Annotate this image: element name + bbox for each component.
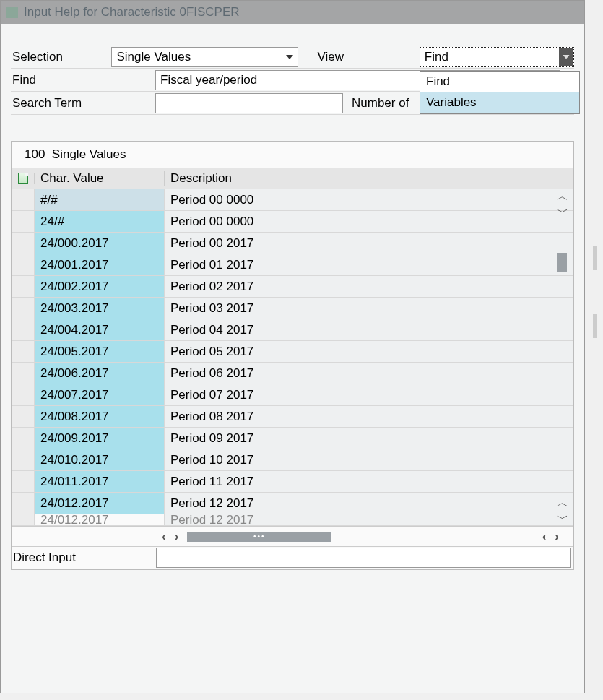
- view-value: Find: [425, 50, 448, 64]
- table-row[interactable]: 24/003.2017Period 03 2017: [12, 298, 573, 319]
- table-row[interactable]: 24/012.2017Period 12 2017: [12, 514, 573, 526]
- select-all-icon[interactable]: [12, 173, 35, 184]
- scroll-handle[interactable]: [557, 253, 567, 272]
- cell-description: Period 09 2017: [165, 428, 573, 449]
- cell-description: Period 08 2017: [165, 406, 573, 427]
- cell-description: Period 06 2017: [165, 363, 573, 384]
- cell-description: Period 05 2017: [165, 341, 573, 362]
- row-selector[interactable]: [12, 406, 35, 427]
- table-row[interactable]: 24/007.2017Period 07 2017: [12, 384, 573, 406]
- find-value: Fiscal year/period: [160, 73, 257, 87]
- cell-description: Period 02 2017: [165, 276, 573, 297]
- scroll-up-icon[interactable]: ︿: [557, 497, 568, 509]
- search-term-label: Search Term: [11, 96, 155, 111]
- cell-charval: 24/006.2017: [35, 363, 165, 384]
- rail-box: [593, 314, 597, 338]
- dropdown-option[interactable]: Variables: [420, 92, 579, 113]
- cell-charval: 24/000.2017: [35, 233, 165, 254]
- scroll-left-icon[interactable]: ‹: [542, 530, 547, 544]
- cell-charval: 24/008.2017: [35, 406, 165, 427]
- table-header: Char. Value Description: [12, 168, 573, 189]
- cell-description: Period 01 2017: [165, 254, 573, 275]
- column-header-charval[interactable]: Char. Value: [35, 171, 165, 186]
- row-selector[interactable]: [12, 189, 35, 210]
- row-selector[interactable]: [12, 254, 35, 275]
- cell-description: Period 07 2017: [165, 384, 573, 405]
- scroll-left-icon[interactable]: ‹: [162, 530, 166, 544]
- table-row[interactable]: 24/012.2017Period 12 2017: [12, 493, 573, 514]
- right-rail: [587, 246, 603, 338]
- selection-value: Single Values: [116, 50, 191, 64]
- table-row[interactable]: 24/011.2017Period 11 2017: [12, 471, 573, 493]
- column-header-description[interactable]: Description: [165, 171, 573, 186]
- table-row[interactable]: 24/005.2017Period 05 2017: [12, 341, 573, 363]
- row-selector[interactable]: [12, 471, 35, 492]
- cell-charval: 24/010.2017: [35, 449, 165, 470]
- cell-description: Period 00 0000: [165, 211, 573, 232]
- row-selector[interactable]: [12, 298, 35, 319]
- results-title: 100 Single Values: [12, 142, 573, 168]
- table-row[interactable]: 24/000.2017Period 00 2017: [12, 233, 573, 254]
- row-selector[interactable]: [12, 514, 35, 525]
- cell-charval: 24/005.2017: [35, 341, 165, 362]
- cell-description: Period 12 2017: [165, 493, 573, 514]
- results-panel: 100 Single Values Char. Value Descriptio…: [11, 141, 574, 570]
- cell-description: Period 12 2017: [165, 514, 573, 525]
- hscroll-handle[interactable]: •••: [187, 532, 331, 542]
- cell-charval: 24/012.2017: [35, 514, 165, 525]
- view-select[interactable]: Find: [420, 47, 574, 67]
- app-icon: [6, 7, 18, 18]
- row-selector[interactable]: [12, 233, 35, 254]
- scroll-down-icon[interactable]: ﹀: [557, 513, 568, 524]
- view-dropdown-list: FindVariables: [420, 71, 580, 114]
- horizontal-scroll-row: ‹ › ••• ‹ ›: [12, 526, 573, 546]
- rail-box: [593, 246, 597, 270]
- row-selector[interactable]: [12, 428, 35, 449]
- table-row[interactable]: 24/#Period 00 0000: [12, 211, 573, 233]
- cell-charval: 24/012.2017: [35, 493, 165, 514]
- cell-charval: 24/004.2017: [35, 319, 165, 340]
- view-label: View: [311, 50, 419, 64]
- row-selector[interactable]: [12, 363, 35, 384]
- direct-input-field[interactable]: [156, 548, 571, 568]
- cell-description: Period 00 2017: [165, 233, 573, 254]
- row-selector[interactable]: [12, 319, 35, 340]
- table-row[interactable]: 24/004.2017Period 04 2017: [12, 319, 573, 341]
- row-selector[interactable]: [12, 341, 35, 362]
- dialog-title: Input Help for Characteristic 0FISCPER: [24, 5, 240, 20]
- row-selector[interactable]: [12, 449, 35, 470]
- cell-charval: 24/002.2017: [35, 276, 165, 297]
- row-selector[interactable]: [12, 384, 35, 405]
- cell-charval: 24/009.2017: [35, 428, 165, 449]
- table-row[interactable]: 24/008.2017Period 08 2017: [12, 406, 573, 428]
- row-selector[interactable]: [12, 211, 35, 232]
- search-term-input[interactable]: [155, 93, 343, 113]
- input-help-dialog: Input Help for Characteristic 0FISCPER S…: [0, 0, 585, 693]
- cell-description: Period 10 2017: [165, 449, 573, 470]
- selection-select[interactable]: Single Values: [111, 47, 298, 67]
- row-selector[interactable]: [12, 493, 35, 514]
- cell-charval: 24/#: [35, 211, 165, 232]
- scroll-right-icon[interactable]: ›: [175, 530, 179, 544]
- table-body: ︿ ﹀ ︿ ﹀ #/#Period 00 000024/#Period 00 0…: [12, 189, 573, 526]
- table-row[interactable]: 24/009.2017Period 09 2017: [12, 428, 573, 449]
- table-row[interactable]: #/#Period 00 0000: [12, 189, 573, 211]
- table-row[interactable]: 24/001.2017Period 01 2017: [12, 254, 573, 276]
- cell-charval: 24/001.2017: [35, 254, 165, 275]
- cell-description: Period 03 2017: [165, 298, 573, 319]
- table-row[interactable]: 24/010.2017Period 10 2017: [12, 449, 573, 471]
- direct-input-label: Direct Input: [12, 550, 156, 565]
- find-label: Find: [11, 73, 155, 87]
- cell-description: Period 00 0000: [165, 189, 573, 210]
- scroll-right-icon[interactable]: ›: [555, 530, 559, 544]
- table-row[interactable]: 24/002.2017Period 02 2017: [12, 276, 573, 298]
- cell-charval: 24/003.2017: [35, 298, 165, 319]
- chevron-down-icon: [286, 55, 293, 59]
- dropdown-option[interactable]: Find: [420, 72, 579, 92]
- scroll-down-icon[interactable]: ﹀: [557, 207, 568, 218]
- selection-label: Selection: [11, 50, 111, 64]
- scroll-up-icon[interactable]: ︿: [557, 191, 568, 202]
- table-row[interactable]: 24/006.2017Period 06 2017: [12, 363, 573, 384]
- row-selector[interactable]: [12, 276, 35, 297]
- vertical-scroll: ︿ ﹀ ︿ ﹀: [555, 189, 571, 526]
